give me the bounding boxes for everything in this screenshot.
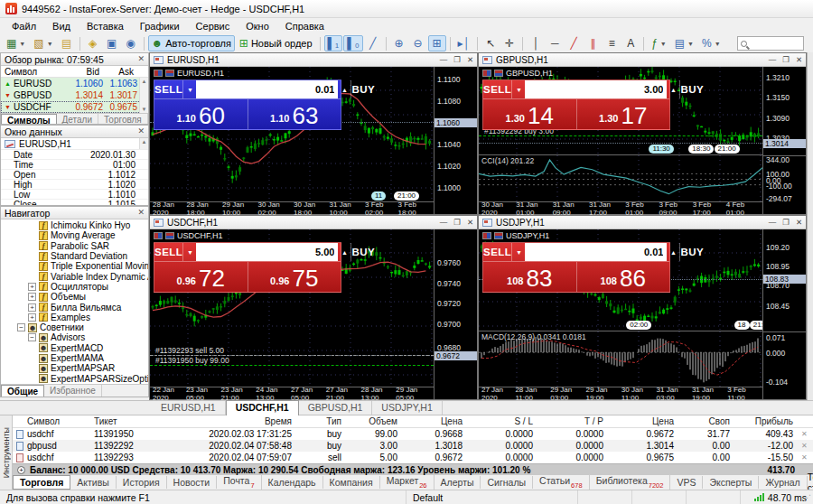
expand-icon[interactable]: +	[28, 293, 36, 301]
indicator-area[interactable]: MACD(12,26,9) 0.0341 0.0181	[479, 331, 762, 387]
profiles-button[interactable]: ▧▼	[30, 35, 56, 51]
close-icon[interactable]: ✕	[137, 127, 145, 135]
navigator-item-Parabolic-SAR[interactable]: fParabolic SAR	[1, 241, 148, 251]
close-position-icon[interactable]: ✕	[799, 442, 808, 450]
price-scale[interactable]: 0.97600.97400.97200.97000.96800.9672	[434, 229, 477, 399]
buy-button[interactable]: BUY	[351, 243, 375, 261]
menu-Вставка[interactable]: Вставка	[79, 19, 132, 33]
navigator-item-Ichimoku-Kinko-Hyo[interactable]: fIchimoku Kinko Hyo	[1, 220, 148, 230]
status-latency[interactable]: 48.70 ms	[741, 490, 813, 504]
navigator-item-Variable-Index-Dynamic-A[interactable]: fVariable Index Dynamic A	[1, 271, 148, 281]
toolbox-tab-История[interactable]: История	[117, 476, 167, 489]
history-center-button[interactable]: ◈	[84, 35, 102, 51]
search-input[interactable]	[750, 39, 795, 49]
navigator-item-Advisors[interactable]: −☻Advisors	[1, 332, 148, 342]
zoom-out-button[interactable]: ⊖	[409, 35, 427, 51]
toolbox-tab-Статьи[interactable]: Статьи678	[533, 474, 590, 490]
column-header-Тикет[interactable]: Тикет	[94, 416, 166, 426]
navigator-tab-Общие[interactable]: Общие	[1, 385, 44, 397]
toolbox-tab-Активы[interactable]: Активы	[70, 476, 117, 489]
price-area[interactable]: GBPUSD,H1#11392292 buy 3.0011:3018:3021:…	[479, 67, 762, 155]
bars-view-button[interactable]: ▌₁	[324, 35, 343, 51]
expand-icon[interactable]: +	[28, 303, 36, 312]
close-icon[interactable]: ✕	[796, 55, 802, 64]
column-header-Своп[interactable]: Своп	[679, 416, 735, 426]
new-order-button[interactable]: ⊞Новый ордер	[236, 35, 316, 51]
workspace-scrollbar[interactable]	[807, 52, 813, 400]
price-area[interactable]: USDJPY,H102:001821:SELL▼▲BUY1088310886	[479, 229, 762, 331]
chart-titlebar[interactable]: USDJPY,H1—❐✕	[479, 216, 806, 229]
close-icon[interactable]: ✕	[137, 209, 145, 217]
toolbox-tab-Сигналы[interactable]: Сигналы	[481, 476, 533, 489]
expand-icon[interactable]: +	[17, 466, 25, 474]
navigator-tab-Избранное[interactable]: Избранное	[44, 385, 102, 397]
market-watch-tab-Детали[interactable]: Детали	[57, 114, 98, 125]
sell-button[interactable]: SELL	[483, 80, 511, 98]
close-icon[interactable]: ✕	[137, 55, 145, 63]
menu-Графики[interactable]: Графики	[132, 19, 188, 33]
toolbox-tab-Библиотека[interactable]: Библиотека7202	[590, 474, 671, 490]
indicators-button[interactable]: ƒ▼	[648, 35, 670, 51]
indicator-area[interactable]: CCI(14) 201.22	[479, 155, 762, 202]
depth-of-market-icon[interactable]	[482, 232, 491, 239]
trendline-button[interactable]: ╱	[565, 35, 583, 51]
toolbox-tab-Алерты[interactable]: Алерты	[435, 476, 481, 489]
close-position-icon[interactable]: ✕	[799, 430, 808, 438]
maximize-icon[interactable]: ❐	[782, 55, 790, 64]
toolbox-tab-Маркет[interactable]: Маркет26	[380, 474, 435, 490]
chart-window-USDJPY,H1[interactable]: USDJPY,H1—❐✕USDJPY,H102:001821:SELL▼▲BUY…	[478, 215, 807, 400]
time-axis[interactable]: 30 Jan 202031 Jan 01:0031 Jan 09:0031 Ja…	[479, 202, 762, 214]
buy-price[interactable]: 1.1063	[248, 99, 341, 129]
menu-Файл[interactable]: Файл	[4, 19, 44, 33]
volume-input[interactable]	[525, 243, 667, 261]
one-click-icon[interactable]	[494, 70, 503, 77]
navigator-item-Triple-Exponential-Movin[interactable]: fTriple Exponential Movin	[1, 261, 148, 271]
maximize-icon[interactable]: ❐	[453, 55, 461, 64]
column-header-Тип[interactable]: Тип	[297, 416, 347, 426]
chart-window-GBPUSD,H1[interactable]: GBPUSD,H1—❐✕GBPUSD,H1#11392292 buy 3.001…	[478, 52, 807, 215]
navigator-item-Билла-Вильямса[interactable]: +fБилла Вильямса	[1, 302, 148, 312]
auto-scroll-button[interactable]: ▸│	[454, 35, 474, 51]
toolbox-tab-VPS[interactable]: VPS	[670, 476, 703, 489]
navigator-header[interactable]: Навигатор ✕	[1, 207, 148, 219]
column-header-S / L[interactable]: S / L	[468, 416, 538, 426]
market-watch-row-EURUSD[interactable]: ▲EURUSD1.10601.1063	[1, 78, 148, 89]
templates-button[interactable]: %▼	[698, 35, 724, 51]
sell-price[interactable]: 0.9672	[154, 262, 248, 292]
chart-window-EURUSD,H1[interactable]: EURUSD,H1—❐✕EURUSD,H11121:00SELL▼▲BUY1.1…	[149, 52, 478, 215]
menu-Окно[interactable]: Окно	[238, 19, 277, 33]
candles-view-button[interactable]: ▌₀	[343, 35, 362, 51]
sell-button[interactable]: SELL	[154, 243, 182, 261]
column-header-Символ[interactable]: Символ	[13, 416, 94, 426]
navigator-item-Осцилляторы[interactable]: +fОсцилляторы	[1, 282, 148, 292]
tile-windows-button[interactable]: ⊞	[428, 35, 446, 51]
resize-grip[interactable]: ⋰	[803, 493, 811, 502]
volume-down-icon[interactable]: ▼	[512, 80, 525, 98]
price-scale[interactable]: 1.11001.10801.10601.10401.10201.10001.10…	[434, 67, 477, 214]
expand-icon[interactable]: +	[28, 283, 36, 291]
time-axis[interactable]: 28 Jan 202028 Jan 18:0029 Jan 10:0030 Ja…	[150, 202, 434, 214]
collapse-icon[interactable]: −	[17, 323, 25, 331]
close-icon[interactable]: ✕	[796, 218, 802, 227]
depth-of-market-icon[interactable]	[154, 232, 163, 239]
volume-down-icon[interactable]: ▼	[183, 80, 196, 98]
market-watch-tab-Торговля[interactable]: Торговля	[98, 114, 148, 125]
table-row[interactable]: usdchf113922932020.02.04 07:59:07sell5.0…	[13, 452, 813, 463]
expand-icon[interactable]: +	[28, 313, 36, 322]
navigator-item-Examples[interactable]: +fExamples	[1, 313, 148, 322]
chart-tab-USDJPY,H1[interactable]: USDJPY,H1	[372, 401, 442, 415]
crosshair-button[interactable]: ✛	[500, 35, 519, 51]
sell-button[interactable]: SELL	[154, 80, 182, 98]
menu-Сервис[interactable]: Сервис	[188, 19, 238, 33]
chart-tab-USDCHF,H1[interactable]: USDCHF,H1	[226, 400, 299, 415]
toolbox-tab-Журнал[interactable]: Журнал	[759, 476, 807, 489]
signals-button[interactable]: ◉	[122, 35, 140, 51]
navigator-item-Moving-Average[interactable]: fMoving Average	[1, 230, 148, 240]
market-watch-tab-Символы[interactable]: Символы	[1, 114, 57, 125]
navigator-item-ExpertMAPSAR[interactable]: ☻ExpertMAPSAR	[1, 363, 148, 373]
volume-up-icon[interactable]: ▲	[338, 80, 350, 98]
close-icon[interactable]: ✕	[467, 55, 473, 64]
volume-down-icon[interactable]: ▼	[183, 243, 196, 261]
one-click-icon[interactable]	[165, 232, 174, 239]
table-row[interactable]: gbpusd113922922020.02.04 07:58:48buy3.00…	[13, 440, 813, 452]
